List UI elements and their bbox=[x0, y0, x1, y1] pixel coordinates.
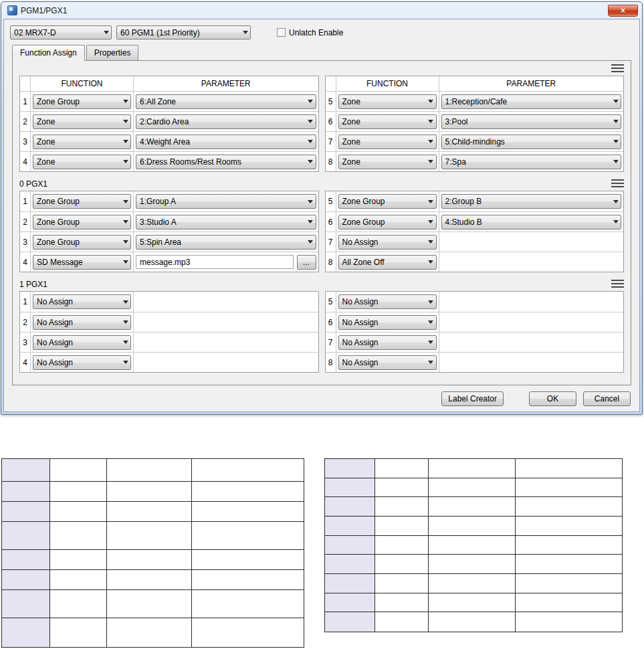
column-header-function: FUNCTION bbox=[31, 76, 134, 91]
cancel-button[interactable]: Cancel bbox=[583, 391, 631, 406]
parameter-select[interactable]: 1:Reception/Cafe bbox=[441, 94, 622, 109]
chevron-down-icon bbox=[611, 195, 621, 208]
function-cell: Zone bbox=[336, 132, 439, 151]
function-cell: No Assign bbox=[336, 292, 439, 312]
function-select[interactable]: Zone Group bbox=[338, 215, 437, 229]
function-select[interactable]: All Zone Off bbox=[338, 255, 437, 270]
function-select[interactable]: Zone Group bbox=[33, 94, 131, 109]
unlatch-enable-checkbox[interactable]: Unlatch Enable bbox=[277, 28, 343, 37]
function-select[interactable]: Zone Group bbox=[33, 215, 131, 229]
label-cell bbox=[50, 502, 107, 522]
label-cell bbox=[107, 570, 192, 590]
function-select[interactable]: Zone Group bbox=[33, 235, 131, 250]
function-select[interactable]: No Assign bbox=[338, 235, 437, 250]
parameter-select[interactable]: 7:Spa bbox=[441, 155, 622, 169]
device-select[interactable]: 02 MRX7-D bbox=[10, 25, 112, 39]
parameter-cell bbox=[439, 353, 624, 372]
label-cell bbox=[516, 517, 622, 536]
chevron-down-icon bbox=[240, 26, 250, 39]
chevron-down-icon bbox=[426, 115, 436, 128]
function-select[interactable]: No Assign bbox=[33, 315, 131, 330]
label-cell bbox=[2, 618, 50, 647]
label-cell bbox=[192, 570, 304, 590]
sd-file-field[interactable]: message.mp3 bbox=[136, 255, 294, 269]
table-row: 4Zone6:Dress Rooms/Rest Rooms bbox=[20, 151, 318, 171]
function-select[interactable]: Zone bbox=[33, 114, 131, 129]
row-number: 6 bbox=[326, 312, 336, 332]
combo-value: 4:Studio B bbox=[442, 217, 611, 227]
menu-icon[interactable] bbox=[611, 178, 624, 190]
row-number: 3 bbox=[20, 132, 31, 151]
parameter-select[interactable]: 3:Pool bbox=[441, 114, 622, 129]
row-number: 6 bbox=[326, 212, 336, 231]
sections-container: FUNCTIONPARAMETER1Zone Group6:All Zone2Z… bbox=[19, 64, 624, 373]
function-cell: Zone bbox=[31, 132, 134, 151]
menu-icon[interactable] bbox=[611, 63, 624, 75]
function-select[interactable]: No Assign bbox=[338, 335, 437, 350]
parameter-select[interactable]: 5:Spin Area bbox=[136, 235, 316, 250]
chevron-down-icon bbox=[611, 95, 621, 108]
column-header-function: FUNCTION bbox=[336, 76, 439, 91]
function-select[interactable]: No Assign bbox=[338, 355, 437, 370]
function-select[interactable]: No Assign bbox=[338, 315, 437, 330]
label-cell bbox=[107, 618, 192, 647]
label-cell bbox=[516, 593, 622, 613]
function-select[interactable]: No Assign bbox=[338, 294, 437, 309]
row-number: 5 bbox=[326, 92, 336, 111]
table-row: 5Zone1:Reception/Cafe bbox=[326, 91, 624, 111]
parameter-select[interactable]: 2:Group B bbox=[441, 194, 622, 209]
combo-value: 2:Group B bbox=[442, 197, 611, 206]
function-cell: Zone Group bbox=[336, 212, 439, 231]
function-cell: No Assign bbox=[31, 353, 134, 372]
parameter-select[interactable]: 5:Child-mindings bbox=[441, 134, 622, 149]
parameter-select[interactable]: 4:Studio B bbox=[441, 215, 622, 229]
label-cell bbox=[516, 478, 622, 498]
function-select[interactable]: Zone bbox=[33, 155, 131, 169]
function-cell: No Assign bbox=[31, 292, 134, 312]
function-select[interactable]: SD Message bbox=[33, 255, 131, 270]
parameter-select[interactable]: 2:Cardio Area bbox=[136, 114, 316, 129]
tab-properties[interactable]: Properties bbox=[86, 45, 139, 60]
parameter-select[interactable]: 6:All Zone bbox=[136, 94, 316, 109]
function-select[interactable]: Zone bbox=[338, 134, 437, 149]
table-row: 4No Assign bbox=[20, 352, 318, 372]
sd-file-name: message.mp3 bbox=[140, 258, 190, 267]
function-select[interactable]: Zone bbox=[338, 114, 437, 129]
row-number: 6 bbox=[326, 112, 336, 131]
parameter-select[interactable]: 4:Weight Area bbox=[136, 134, 316, 149]
label-cell bbox=[192, 522, 304, 550]
tab-function-assign[interactable]: Function Assign bbox=[12, 45, 85, 61]
label-cell bbox=[50, 459, 107, 482]
function-select[interactable]: Zone Group bbox=[33, 194, 131, 209]
function-select[interactable]: Zone bbox=[33, 134, 131, 149]
menu-icon[interactable] bbox=[611, 278, 624, 290]
combo-value: 02 MRX7-D bbox=[11, 28, 101, 37]
title-bar[interactable]: PGM1/PGX1 × bbox=[3, 2, 640, 19]
label-cell bbox=[429, 517, 516, 536]
priority-select[interactable]: 60 PGM1 (1st Priority) bbox=[116, 25, 251, 39]
parameter-cell bbox=[439, 312, 624, 332]
combo-value: Zone bbox=[339, 97, 426, 106]
label-cell bbox=[2, 482, 50, 502]
function-select[interactable]: Zone bbox=[338, 94, 437, 109]
function-select[interactable]: Zone Group bbox=[338, 194, 437, 209]
table-row: 3Zone4:Weight Area bbox=[20, 131, 318, 151]
function-select[interactable]: Zone bbox=[338, 155, 437, 169]
function-select[interactable]: No Assign bbox=[33, 355, 131, 370]
label-creator-button[interactable]: Label Creator bbox=[441, 391, 504, 406]
function-cell: Zone Group bbox=[31, 92, 134, 111]
checkbox-box[interactable] bbox=[277, 28, 286, 37]
chevron-down-icon bbox=[426, 236, 436, 249]
label-template-table bbox=[1, 458, 304, 648]
close-button[interactable]: × bbox=[608, 5, 638, 17]
parameter-cell: 5:Spin Area bbox=[134, 232, 318, 252]
page: PGM1/PGX1 × 02 MRX7-D 60 PGM1 (1st Prior… bbox=[0, 0, 644, 649]
label-cell bbox=[375, 497, 429, 517]
function-select[interactable]: No Assign bbox=[33, 335, 131, 350]
parameter-select[interactable]: 6:Dress Rooms/Rest Rooms bbox=[136, 155, 316, 169]
parameter-select[interactable]: 3:Studio A bbox=[136, 215, 316, 229]
parameter-select[interactable]: 1:Group A bbox=[136, 194, 316, 209]
ok-button[interactable]: OK bbox=[529, 391, 576, 406]
function-select[interactable]: No Assign bbox=[33, 294, 131, 309]
browse-button[interactable]: ... bbox=[297, 255, 316, 270]
